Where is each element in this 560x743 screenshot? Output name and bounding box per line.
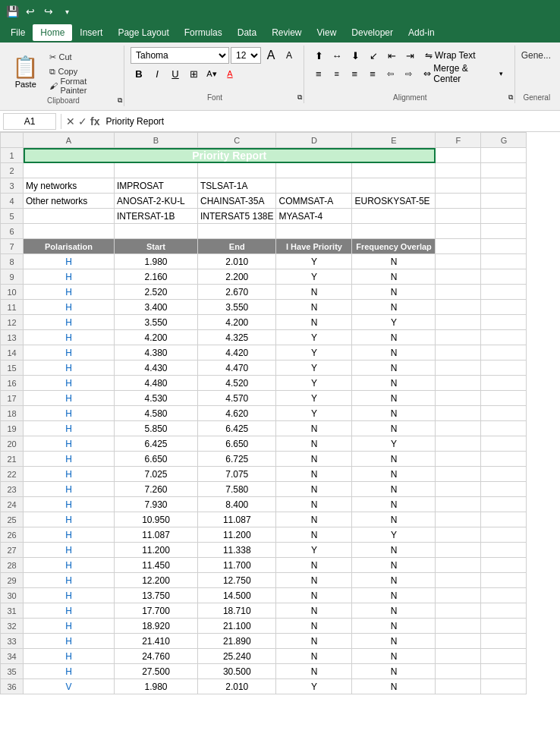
cell-end[interactable]: 11.338 [198,543,276,558]
header-start[interactable]: Start [115,239,198,254]
cell-end[interactable]: 4.470 [198,360,276,376]
cell-f[interactable] [436,649,481,664]
cell-end[interactable]: 2.200 [198,269,276,285]
col-header-g[interactable]: G [481,133,527,148]
cell-polarisation[interactable]: H [24,391,115,406]
cell-frequency-overlap[interactable]: N [352,376,436,391]
cell-frequency-overlap[interactable]: N [352,360,436,376]
cell-end[interactable]: 6.650 [198,436,276,452]
cell-start[interactable]: 4.380 [115,345,198,360]
cell-g3[interactable] [481,178,527,194]
cell-f[interactable] [436,254,481,269]
rtl-button[interactable]: ⇦ [382,65,399,82]
cell-a5[interactable] [24,209,115,224]
title-cell[interactable]: Priority Report [24,148,436,163]
cell-end[interactable]: 3.550 [198,300,276,315]
cell-frequency-overlap[interactable]: Y [352,315,436,330]
cell-end[interactable]: 11.087 [198,512,276,527]
cell-g[interactable] [481,679,527,694]
cell-end[interactable]: 4.620 [198,406,276,421]
paste-button[interactable]: 📋 Paste [8,49,43,94]
font-size-select[interactable]: 12 [231,47,261,64]
cell-frequency-overlap[interactable]: N [352,406,436,421]
cell-f[interactable] [436,664,481,679]
align-middle-button[interactable]: ↔ [329,47,345,64]
cell-end[interactable]: 7.580 [198,482,276,497]
cell-start[interactable]: 7.025 [115,467,198,482]
cell-polarisation[interactable]: H [24,315,115,330]
cell-g[interactable] [481,467,527,482]
cell-frequency-overlap[interactable]: N [352,391,436,406]
cell-d6[interactable] [276,224,352,239]
align-bottom-button[interactable]: ⬇ [347,47,363,64]
align-center-button[interactable]: ≡ [329,65,345,82]
cell-end[interactable]: 6.425 [198,421,276,436]
cell-polarisation[interactable]: H [24,512,115,527]
cell-g[interactable] [481,285,527,300]
clipboard-expand-icon[interactable]: ⧉ [118,96,122,105]
cell-end[interactable]: 4.200 [198,315,276,330]
wrap-text-button[interactable]: ⇋ Wrap Text [420,47,481,64]
cell-start[interactable]: 27.500 [115,664,198,679]
cell-frequency-overlap[interactable]: N [352,619,436,634]
undo-icon[interactable]: ↩ [24,5,36,17]
cell-end[interactable]: 4.520 [198,376,276,391]
cell-i-have-priority[interactable]: N [276,603,352,619]
header-end[interactable]: End [198,239,276,254]
menu-review[interactable]: Review [264,24,309,41]
cell-g2[interactable] [481,163,527,178]
cell-polarisation[interactable]: H [24,376,115,391]
cell-a4[interactable]: Other networks [24,194,115,209]
cell-end[interactable]: 30.500 [198,664,276,679]
cell-f[interactable] [436,452,481,467]
cell-end[interactable]: 8.400 [198,497,276,512]
cell-frequency-overlap[interactable]: N [352,664,436,679]
cell-d3[interactable] [276,178,352,194]
cell-frequency-overlap[interactable]: N [352,649,436,664]
cell-i-have-priority[interactable]: N [276,634,352,649]
cell-frequency-overlap[interactable]: N [352,254,436,269]
cell-g[interactable] [481,512,527,527]
cell-i-have-priority[interactable]: N [276,285,352,300]
cell-d4[interactable]: COMMSAT-A [276,194,352,209]
font-expand-icon[interactable]: ⧉ [297,93,302,102]
cell-end[interactable]: 4.570 [198,391,276,406]
cell-end[interactable]: 11.200 [198,527,276,543]
cell-e2[interactable] [352,163,436,178]
cell-polarisation[interactable]: H [24,603,115,619]
cell-g[interactable] [481,573,527,588]
menu-view[interactable]: View [310,24,344,41]
cell-polarisation[interactable]: H [24,497,115,512]
cell-polarisation[interactable]: H [24,269,115,285]
cell-g[interactable] [481,452,527,467]
cell-g[interactable] [481,406,527,421]
merge-center-button[interactable]: ⇔ Merge & Center ▾ [418,65,508,82]
cell-polarisation[interactable]: H [24,649,115,664]
col-header-d[interactable]: D [276,133,352,148]
cell-end[interactable]: 4.420 [198,345,276,360]
cell-i-have-priority[interactable]: N [276,497,352,512]
cell-g[interactable] [481,376,527,391]
header-polarisation[interactable]: Polarisation [24,239,115,254]
cell-start[interactable]: 11.087 [115,527,198,543]
quick-access-dropdown-icon[interactable]: ▾ [61,5,73,17]
cell-end[interactable]: 12.750 [198,573,276,588]
cell-f[interactable] [436,300,481,315]
cell-f[interactable] [436,512,481,527]
cell-i-have-priority[interactable]: N [276,664,352,679]
cell-i-have-priority[interactable]: Y [276,543,352,558]
cell-end[interactable]: 18.710 [198,603,276,619]
cell-frequency-overlap[interactable]: N [352,345,436,360]
cell-end[interactable]: 2.010 [198,679,276,694]
cell-g[interactable] [481,482,527,497]
cell-i-have-priority[interactable]: Y [276,406,352,421]
cell-start[interactable]: 2.160 [115,269,198,285]
cell-c5[interactable]: INTERSAT5 138E [198,209,276,224]
cell-e6[interactable] [352,224,436,239]
cell-f1[interactable] [436,148,481,163]
cell-start[interactable]: 24.760 [115,649,198,664]
cell-polarisation[interactable]: H [24,421,115,436]
cell-polarisation[interactable]: V [24,679,115,694]
cell-g[interactable] [481,330,527,345]
cell-g[interactable] [481,345,527,360]
